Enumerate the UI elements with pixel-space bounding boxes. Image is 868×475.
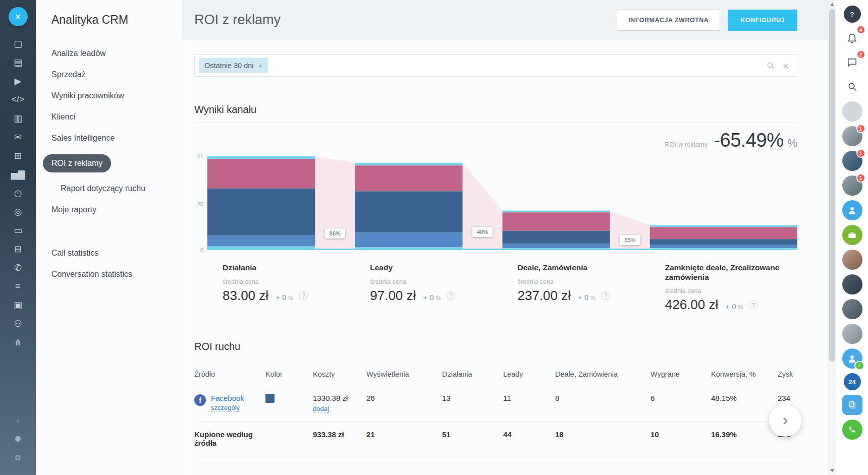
feedback-button[interactable]: INFORMACJA ZWROTNA (617, 10, 720, 31)
search-icon[interactable] (842, 77, 862, 97)
collapse-icon[interactable]: ‹ (0, 411, 36, 430)
cell-dzialania: 51 (442, 422, 503, 456)
calls-phone-icon[interactable] (842, 420, 862, 440)
user-avatar[interactable] (842, 324, 862, 344)
help-icon[interactable]: ? (299, 291, 308, 300)
tasks-doc-icon[interactable] (842, 395, 862, 415)
add-cost-link[interactable]: dodaj (313, 405, 329, 413)
search-icon[interactable] (766, 61, 775, 70)
cell-leady: 11 (503, 385, 555, 422)
desktop-icon[interactable]: ▢ (0, 34, 36, 53)
cell-wyswietlenia: 26 (366, 385, 442, 422)
user-avatar[interactable]: 1 (842, 126, 862, 146)
copy-icon[interactable]: ▣ (0, 295, 36, 314)
briefcase-icon[interactable]: ▭ (0, 221, 36, 240)
scrollbar-thumb[interactable] (829, 9, 835, 362)
funnel-chart: 0255186%40%55% (194, 151, 797, 252)
mail-icon[interactable]: ✉ (0, 128, 36, 146)
bitrix24-logo-icon[interactable]: 24 (844, 373, 861, 390)
vertical-scrollbar[interactable] (828, 0, 836, 475)
analytics-icon[interactable]: ▅▇ (0, 165, 36, 184)
video-icon[interactable]: ▶ (0, 72, 36, 90)
counter-badge: 2 (856, 50, 865, 59)
user-avatar[interactable]: 1 (842, 175, 862, 196)
help-icon[interactable]: ? (749, 301, 757, 309)
time-icon[interactable]: ◷ (0, 184, 36, 202)
roi-value: -65.49% (714, 130, 783, 151)
summary-label: Kupione według źródła (194, 422, 265, 456)
stack-icon[interactable]: ≡ (0, 277, 36, 295)
table-row-facebook: f Facebook szczegóły 1330. (194, 385, 797, 422)
col-kolor: Kolor (265, 364, 313, 385)
cell-koszty: 933.38 zł (313, 422, 366, 456)
phone-icon[interactable]: ✆ (0, 258, 36, 277)
roi-table: Źródło Kolor Koszty Wyświetlenia Działan… (194, 364, 797, 456)
funnel-stage-labels: Działania średnia cena 83.00 zł + 0 % ? … (194, 263, 797, 327)
cell-dzialania: 13 (442, 385, 503, 422)
shop-icon[interactable]: ⊟ (0, 240, 36, 258)
col-wygrane: Wygrane (650, 364, 711, 385)
default-user-avatar[interactable] (842, 200, 862, 220)
user-avatar[interactable] (842, 101, 862, 122)
sidebar-item-wyniki-pracownikow[interactable]: Wyniki pracowników (51, 85, 172, 106)
facebook-source-link[interactable]: Facebook (211, 394, 244, 402)
filter-search-input[interactable] (268, 55, 766, 76)
user-avatar[interactable] (842, 274, 862, 294)
roi-traffic-title: ROI ruchu (194, 341, 797, 352)
roi-label: ROI w reklamy (665, 141, 708, 148)
configure-button[interactable]: KONFIGURUJ (728, 10, 797, 31)
sidebar-item-call-statistics[interactable]: Call statistics (51, 243, 172, 264)
sidebar-item-sales-intelligence[interactable]: Sales Intelligence (51, 128, 172, 149)
counter-badge: 1 (856, 173, 865, 183)
user-avatar[interactable]: 1 (842, 151, 862, 171)
details-link[interactable]: szczegóły (211, 404, 240, 412)
sidebar-item-conversation-statistics[interactable]: Conversation statistics (51, 264, 172, 285)
sidebar-item-analiza-leadow[interactable]: Analiza leadów (51, 43, 172, 64)
team-icon[interactable]: ⚇ (0, 314, 36, 333)
svg-text:25: 25 (197, 201, 203, 207)
scroll-down-icon[interactable] (830, 469, 834, 472)
code-icon[interactable]: </> (0, 90, 36, 109)
filter-bar[interactable]: Ostatnie 30 dni × × (194, 54, 797, 77)
left-icon-sidebar: ✕ ▢▤▶</>▥✉⊞▅▇◷◎▭⊟✆≡▣⚇⋔ ‹⚉⚙ (0, 0, 36, 475)
col-konwersja: Konwersja, % (711, 364, 778, 385)
filter-chip[interactable]: Ostatnie 30 dni × (199, 58, 268, 73)
close-menu-button[interactable]: ✕ (9, 7, 28, 26)
cell-deale: 8 (555, 385, 650, 422)
user-avatar[interactable] (842, 299, 862, 319)
company-avatar[interactable] (842, 225, 862, 245)
settings-gear-icon[interactable]: ⚙ (0, 448, 36, 467)
col-dzialania: Działania (442, 364, 503, 385)
scroll-up-icon[interactable] (830, 3, 834, 6)
user-avatar-online[interactable]: ✓ (842, 348, 862, 369)
automation-icon[interactable]: ⋔ (0, 333, 36, 351)
svg-text:0: 0 (200, 247, 203, 252)
svg-text:51: 51 (197, 153, 203, 159)
user-icon[interactable]: ⚉ (0, 430, 36, 448)
sidebar-item-moje-raporty[interactable]: Moje raporty (51, 199, 172, 220)
sidebar-title: Analityka CRM (51, 13, 172, 27)
sidebar-item-klienci[interactable]: Klienci (51, 106, 172, 128)
filter-clear-icon[interactable]: × (783, 61, 789, 71)
cell-leady: 44 (503, 422, 555, 456)
table-next-button[interactable]: › (769, 404, 801, 437)
apps-grid-icon[interactable]: ⊞ (0, 146, 36, 165)
help-icon[interactable]: ? (602, 291, 610, 300)
feed-icon[interactable]: ▤ (0, 53, 36, 72)
counter-badge: 1 (856, 149, 865, 158)
col-wyswietlenia: Wyświetlenia (366, 364, 442, 385)
sidebar-item-roi-z-reklamy[interactable]: ROI z reklamy (51, 149, 172, 178)
notifications-bell-icon[interactable]: 4 (842, 27, 862, 47)
sidebar-item-raport-ruchu[interactable]: Raport dotyczący ruchu (51, 178, 172, 199)
user-avatar[interactable] (842, 250, 862, 270)
chip-remove-icon[interactable]: × (258, 62, 263, 70)
knowledge-base-icon[interactable]: ▥ (0, 109, 36, 128)
messenger-chat-icon[interactable]: 2 (842, 52, 862, 72)
sidebar-item-sprzedaz[interactable]: Sprzedaż (51, 64, 172, 85)
target-icon[interactable]: ◎ (0, 202, 36, 221)
help-button[interactable]: ? (844, 6, 861, 23)
page-header: ROI z reklamy INFORMACJA ZWROTNA KONFIGU… (182, 0, 828, 40)
help-icon[interactable]: ? (447, 291, 455, 300)
col-zrodlo: Źródło (194, 364, 265, 385)
divider (194, 122, 797, 123)
